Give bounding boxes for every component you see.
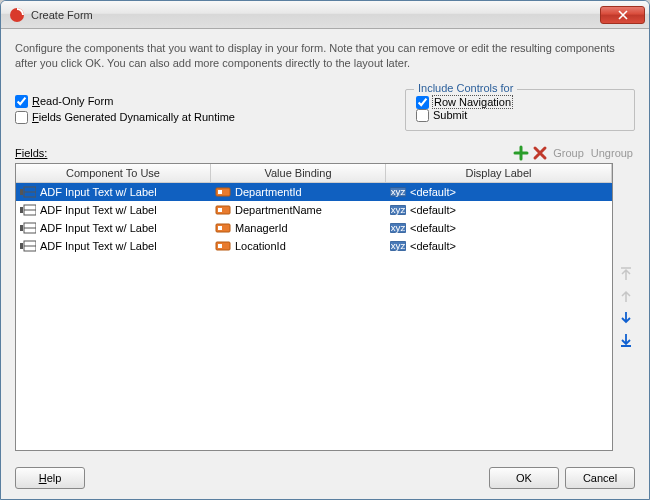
arrow-down-icon [618,310,634,326]
fields-toolbar: Group Ungroup [513,145,635,161]
titlebar[interactable]: Create Form [1,1,649,29]
svg-rect-1 [20,189,23,195]
move-top-button[interactable] [618,266,634,282]
cancel-button[interactable]: Cancel [565,467,635,489]
table-row[interactable]: ADF Input Text w/ LabelDepartmentNamexyz… [16,201,612,219]
fields-header: Fields: Group Ungroup [15,145,635,161]
plus-icon [513,145,529,161]
table-row[interactable]: ADF Input Text w/ LabelManagerIdxyz<defa… [16,219,612,237]
group-button[interactable]: Group [551,147,586,159]
move-up-button[interactable] [618,288,634,304]
svg-rect-8 [20,207,23,213]
arrow-up-icon [618,288,634,304]
close-button[interactable] [600,6,645,24]
svg-text:xyz: xyz [391,239,406,250]
read-only-checkbox[interactable] [15,95,28,108]
options-row: Read-Only Form Fields Generated Dynamica… [15,89,635,131]
include-controls-fieldset: Include Controls for Row Navigation Subm… [405,89,635,131]
description-text: Configure the components that you want t… [15,41,635,71]
window-title: Create Form [31,9,600,21]
cell-label: xyz<default> [386,185,612,199]
header-label[interactable]: Display Label [386,164,612,182]
app-icon [9,7,25,23]
fields-table: Component To Use Value Binding Display L… [15,163,613,451]
read-only-checkbox-row[interactable]: Read-Only Form [15,95,235,108]
ok-button[interactable]: OK [489,467,559,489]
include-controls-legend: Include Controls for [414,82,517,94]
button-row: Help OK Cancel [1,459,649,499]
cell-label: xyz<default> [386,239,612,253]
svg-rect-12 [218,208,222,212]
row-navigation-label: Row Navigation [433,96,512,108]
arrow-top-icon [618,266,634,282]
cell-binding: LocationId [211,239,386,253]
table-body[interactable]: ADF Input Text w/ LabelDepartmentIdxyz<d… [16,183,612,450]
close-icon [618,10,628,20]
dynamic-fields-label: Fields Generated Dynamically at Runtime [32,111,235,123]
svg-rect-15 [20,225,23,231]
move-down-button[interactable] [618,310,634,326]
table-header: Component To Use Value Binding Display L… [16,164,612,183]
svg-rect-26 [218,244,222,248]
cell-binding: DepartmentName [211,203,386,217]
delete-button[interactable] [532,145,548,161]
content-area: Configure the components that you want t… [1,29,649,459]
help-button[interactable]: Help [15,467,85,489]
cell-label: xyz<default> [386,221,612,235]
submit-checkbox-row[interactable]: Submit [416,109,624,122]
svg-rect-5 [218,190,222,194]
read-only-label: Read-Only Form [32,95,113,107]
reorder-arrows [613,163,635,451]
svg-text:xyz: xyz [391,203,406,214]
header-component[interactable]: Component To Use [16,164,211,182]
submit-checkbox[interactable] [416,109,429,122]
dynamic-fields-checkbox-row[interactable]: Fields Generated Dynamically at Runtime [15,111,235,124]
svg-text:xyz: xyz [391,221,406,232]
left-options: Read-Only Form Fields Generated Dynamica… [15,89,235,131]
cell-component: ADF Input Text w/ Label [16,203,211,217]
cell-binding: DepartmentId [211,185,386,199]
move-bottom-button[interactable] [618,332,634,348]
grid-area: Component To Use Value Binding Display L… [15,163,635,451]
arrow-bottom-icon [618,332,634,348]
cell-component: ADF Input Text w/ Label [16,221,211,235]
table-row[interactable]: ADF Input Text w/ LabelDepartmentIdxyz<d… [16,183,612,201]
ungroup-button[interactable]: Ungroup [589,147,635,159]
row-navigation-checkbox-row[interactable]: Row Navigation [416,96,624,109]
cell-component: ADF Input Text w/ Label [16,185,211,199]
cell-component: ADF Input Text w/ Label [16,239,211,253]
svg-text:xyz: xyz [391,185,406,196]
delete-icon [532,145,548,161]
dynamic-fields-checkbox[interactable] [15,111,28,124]
header-binding[interactable]: Value Binding [211,164,386,182]
add-button[interactable] [513,145,529,161]
cell-label: xyz<default> [386,203,612,217]
svg-rect-19 [218,226,222,230]
svg-rect-22 [20,243,23,249]
fields-label: Fields: [15,147,513,159]
cell-binding: ManagerId [211,221,386,235]
table-row[interactable]: ADF Input Text w/ LabelLocationIdxyz<def… [16,237,612,255]
row-navigation-checkbox[interactable] [416,96,429,109]
submit-label: Submit [433,109,467,121]
create-form-dialog: Create Form Configure the components tha… [0,0,650,500]
